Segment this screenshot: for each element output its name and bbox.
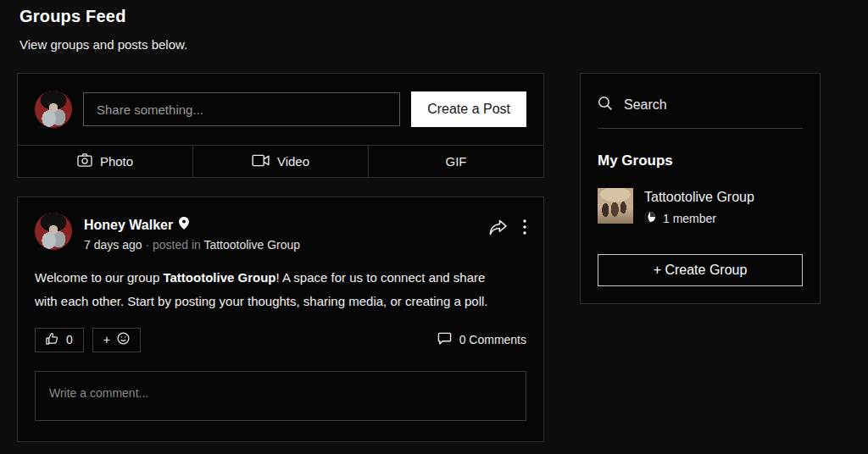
video-button-label: Video xyxy=(277,154,309,169)
like-button[interactable]: 0 xyxy=(35,328,84,352)
page-subtitle: View groups and posts below. xyxy=(19,37,868,52)
posted-in-label: posted in xyxy=(153,238,201,252)
content-area: Create a Post Photo xyxy=(17,73,868,442)
thumbs-up-icon xyxy=(46,332,59,347)
add-reaction-button[interactable]: + xyxy=(92,328,141,352)
composer-row: Create a Post xyxy=(18,74,543,145)
create-post-button[interactable]: Create a Post xyxy=(411,91,526,127)
post-composer-card: Create a Post Photo xyxy=(17,73,544,178)
page-title: Groups Feed xyxy=(19,7,868,26)
photo-button[interactable]: Photo xyxy=(18,146,192,177)
post-group-link[interactable]: Tattootolive Group xyxy=(203,238,300,252)
current-user-avatar[interactable] xyxy=(35,91,72,128)
post-author-avatar[interactable] xyxy=(35,213,72,250)
smiley-icon xyxy=(117,332,130,347)
group-name[interactable]: Tattootolive Group xyxy=(644,190,754,205)
post-meta: 7 days ago · posted in Tattootolive Grou… xyxy=(84,238,487,252)
write-comment-input[interactable] xyxy=(36,372,526,417)
post-timestamp: 7 days ago xyxy=(84,238,142,252)
composer-actions-bar: Photo Video GIF xyxy=(18,145,543,177)
post-author-info: Honey Walker 7 days ago · post xyxy=(84,213,487,252)
feed-column: Create a Post Photo xyxy=(17,73,544,442)
groups-sidebar: My Groups Tattootolive Group 1 mem xyxy=(580,73,821,304)
post-header-icons xyxy=(487,213,526,252)
group-members-row: 1 member xyxy=(644,211,754,225)
group-search-input[interactable] xyxy=(624,97,803,113)
post-header: Honey Walker 7 days ago · post xyxy=(18,197,543,252)
post-author-name[interactable]: Honey Walker xyxy=(84,218,173,233)
gif-button[interactable]: GIF xyxy=(368,146,543,177)
comment-box xyxy=(35,371,526,421)
share-something-input[interactable] xyxy=(83,92,400,126)
photo-button-label: Photo xyxy=(100,154,133,169)
share-arrow-icon xyxy=(487,219,509,239)
globe-icon xyxy=(644,211,656,225)
vertical-ellipsis-icon xyxy=(523,219,526,237)
group-member-count: 1 member xyxy=(663,212,716,225)
my-groups-heading: My Groups xyxy=(598,152,803,169)
group-list-item[interactable]: Tattootolive Group 1 member xyxy=(598,188,803,225)
video-button[interactable]: Video xyxy=(192,146,368,177)
post-author-row: Honey Walker xyxy=(84,217,487,233)
comments-count-label: 0 Comments xyxy=(459,333,526,346)
search-row xyxy=(598,96,803,129)
post-text-prefix: Welcome to our group xyxy=(35,270,163,285)
group-thumbnail[interactable] xyxy=(598,188,633,224)
camera-icon xyxy=(77,153,92,169)
comments-button[interactable]: 0 Comments xyxy=(437,332,526,348)
post-body-text: Welcome to our group Tattootolive Group!… xyxy=(18,252,526,313)
video-camera-icon xyxy=(252,154,270,169)
post-actions-row: 0 + xyxy=(18,313,543,352)
group-text: Tattootolive Group 1 member xyxy=(644,188,754,225)
post-card: Honey Walker 7 days ago · post xyxy=(17,197,544,442)
meta-separator: · xyxy=(145,238,149,252)
create-group-button[interactable]: + Create Group xyxy=(598,254,803,286)
plus-sign: + xyxy=(103,333,110,346)
search-icon xyxy=(598,96,613,114)
comment-bubble-icon xyxy=(437,332,452,348)
groups-feed-page: Groups Feed View groups and posts below.… xyxy=(0,0,868,454)
post-text-group-name: Tattootolive Group xyxy=(163,270,275,285)
share-post-button[interactable] xyxy=(487,219,509,239)
more-options-button[interactable] xyxy=(523,219,526,237)
location-pin-badge-icon xyxy=(179,217,189,233)
gif-button-label: GIF xyxy=(446,154,467,169)
like-count: 0 xyxy=(66,333,73,346)
